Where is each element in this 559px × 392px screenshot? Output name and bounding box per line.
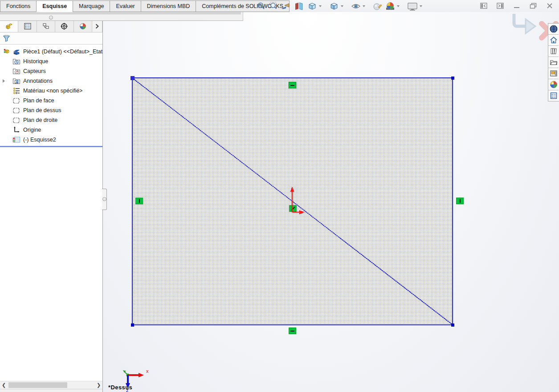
section-view-icon	[294, 1, 304, 11]
graphics-area[interactable]: x z *Dessus	[103, 12, 559, 392]
file-explorer-icon	[550, 58, 558, 66]
solidworks-resources-icon	[550, 25, 558, 33]
sensors-folder-icon	[12, 67, 20, 75]
edit-appearance-button[interactable]	[371, 1, 384, 12]
design-library-icon	[550, 47, 558, 55]
exit-sketch-icon	[514, 14, 535, 33]
panel-bottom-strip	[0, 389, 102, 392]
featuremanager-panel-tabs	[0, 20, 102, 32]
sketch-vertex-top-right[interactable]	[451, 77, 454, 80]
tab-marquage[interactable]: Marquage	[73, 0, 110, 12]
panel-splitter-handle[interactable]	[102, 189, 107, 210]
panel-tabs-overflow-button[interactable]	[92, 20, 102, 32]
panel-splitter-grip[interactable]	[49, 16, 53, 20]
apply-scene-dropdown-caret[interactable]	[397, 5, 400, 7]
expander-arrow-icon[interactable]	[3, 79, 5, 83]
zoom-to-area-button[interactable]	[267, 1, 280, 12]
display-style-icon	[329, 1, 339, 11]
tree-item-materiau[interactable]: Matériau <non spécifié>	[0, 86, 102, 96]
configurationmanager-icon	[42, 23, 50, 30]
apply-scene-button[interactable]	[384, 1, 401, 12]
view-palette-button[interactable]	[548, 68, 559, 79]
rollback-bar[interactable]	[0, 146, 102, 147]
view-settings-button[interactable]	[405, 1, 424, 12]
feature-tree: Pièce1 (Défaut) <<Défaut>_Etat d Histori…	[0, 44, 102, 381]
design-library-button[interactable]	[548, 46, 559, 57]
propertymanager-icon	[24, 23, 32, 30]
display-style-button[interactable]	[327, 1, 345, 12]
filter-funnel-icon	[3, 35, 10, 42]
previous-view-button[interactable]	[280, 1, 292, 12]
tree-filter-bar[interactable]	[0, 32, 102, 44]
zoom-to-area-icon	[269, 1, 278, 11]
tree-item-origine[interactable]: Origine	[0, 125, 102, 135]
tab-dimxpertmanager[interactable]	[55, 20, 73, 32]
sketch-vertex-bottom-left[interactable]	[131, 323, 134, 327]
constraint-vertical-right[interactable]	[456, 198, 464, 204]
edit-appearance-icon	[372, 1, 382, 11]
history-folder-icon	[12, 57, 20, 65]
triad-x-label: x	[146, 368, 149, 374]
vertical-constraint-glyph	[460, 199, 461, 203]
tree-item-annotations[interactable]: A Annotations	[0, 76, 102, 86]
splitter-grip-icon	[102, 197, 106, 201]
tree-item-label: Plan de dessus	[13, 107, 61, 113]
custom-properties-button[interactable]	[548, 90, 559, 101]
tab-featuremanager-design-tree[interactable]	[0, 20, 18, 32]
view-orientation-button[interactable]	[306, 1, 323, 12]
tree-item-historique[interactable]: Historique	[0, 57, 102, 66]
constraint-horizontal-bottom[interactable]	[289, 327, 296, 334]
home-icon	[550, 36, 558, 44]
sketch-vertex-bottom-right[interactable]	[451, 323, 454, 327]
hide-show-items-button[interactable]	[349, 1, 367, 12]
tree-item-piece1[interactable]: Pièce1 (Défaut) <<Défaut>_Etat d	[0, 47, 102, 57]
plane-icon	[12, 116, 20, 124]
tab-configurationmanager[interactable]	[37, 20, 55, 32]
hide-show-items-icon	[351, 1, 361, 11]
origin-icon	[12, 126, 20, 134]
tree-item-plan-de-face[interactable]: Plan de face	[0, 96, 102, 105]
sketch-vertex-top-left[interactable]	[131, 76, 135, 80]
home-button[interactable]	[548, 35, 559, 46]
tree-item-esquisse2[interactable]: (-) Esquisse2	[0, 135, 102, 145]
appearances-scenes-icon	[550, 81, 558, 89]
constraint-vertical-left[interactable]	[135, 198, 143, 204]
plane-icon	[12, 97, 20, 105]
hide-show-items-dropdown-caret[interactable]	[363, 5, 365, 7]
display-style-dropdown-caret[interactable]	[341, 5, 343, 7]
solidworks-resources-button[interactable]	[548, 24, 559, 35]
tree-item-capteurs[interactable]: Capteurs	[0, 66, 102, 76]
vertical-constraint-glyph	[139, 199, 140, 203]
zoom-to-fit-button[interactable]	[255, 1, 267, 12]
material-icon	[12, 87, 20, 95]
scrollbar-thumb[interactable]	[8, 382, 67, 388]
tree-item-plan-de-droite[interactable]: Plan de droite	[0, 115, 102, 125]
tab-displaymanager[interactable]	[74, 20, 92, 32]
collapse-right-pane-button[interactable]	[495, 1, 505, 10]
commandmanager-collapsed-strip[interactable]	[0, 12, 243, 21]
featuremanager-tree-icon	[5, 23, 13, 30]
sketch-origin[interactable]	[286, 185, 306, 217]
tab-evaluer[interactable]: Evaluer	[110, 0, 141, 12]
collapse-left-pane-button[interactable]	[479, 1, 489, 10]
tab-dimensions-mbd[interactable]: Dimensions MBD	[141, 0, 196, 12]
title-bar: Fonctions Esquisse Marquage Evaluer Dime…	[0, 0, 559, 12]
featuremanager-panel: Pièce1 (Défaut) <<Défaut>_Etat d Histori…	[0, 20, 103, 392]
view-settings-dropdown-caret[interactable]	[420, 5, 422, 7]
tree-item-plan-de-dessus[interactable]: Plan de dessus	[0, 105, 102, 115]
file-explorer-button[interactable]	[548, 57, 559, 68]
tree-item-label: Matériau <non spécifié>	[13, 88, 82, 94]
view-settings-icon	[407, 1, 418, 11]
scroll-left-arrow[interactable]: ❮	[0, 381, 8, 389]
constraint-horizontal-top[interactable]	[289, 82, 296, 89]
view-orientation-dropdown-caret[interactable]	[319, 5, 322, 7]
section-view-button[interactable]	[292, 1, 306, 12]
apply-scene-icon	[385, 1, 396, 11]
tree-item-label: Pièce1 (Défaut) <<Défaut>_Etat d	[13, 48, 102, 55]
tab-esquisse[interactable]: Esquisse	[36, 0, 73, 12]
horizontal-constraint-glyph	[290, 85, 294, 86]
appearances-scenes-button[interactable]	[548, 79, 559, 90]
scroll-right-arrow[interactable]: ❯	[95, 381, 102, 389]
tab-fonctions[interactable]: Fonctions	[0, 0, 37, 12]
tab-propertymanager[interactable]	[18, 20, 37, 32]
